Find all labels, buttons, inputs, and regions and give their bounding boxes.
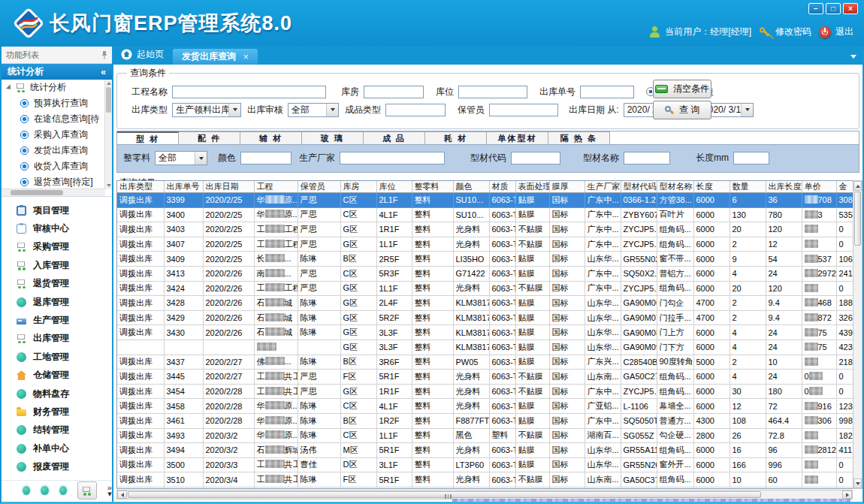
location-input[interactable] [458, 86, 527, 98]
sidebar-item-cart[interactable]: 采购管理 [2, 238, 112, 256]
group-dot-button[interactable] [41, 486, 48, 495]
column-header-warehouse[interactable]: 库房 [340, 181, 376, 193]
warehouse-input[interactable] [364, 86, 424, 98]
sidebar-item-cart[interactable]: 入库管理 [2, 256, 112, 274]
subtab-4[interactable]: 玻 璃 [302, 131, 364, 144]
tree-root-statistics[interactable]: 统计分析 [2, 80, 112, 95]
sidebar-item-clipboard2[interactable]: 审核中心 [2, 219, 112, 237]
maximize-button[interactable]: □ [826, 3, 841, 14]
column-header-out-length[interactable]: 出库长度 [766, 181, 802, 193]
column-header-keeper[interactable]: 保管员 [298, 181, 340, 193]
table-row[interactable]: 调拨出库34132020/2/26南...严思C区5R3F整料G71422606… [117, 266, 853, 281]
table-row[interactable]: 调拨出库34612020/2/28华原...陈琳B区1R2F整料F8877FT6… [117, 413, 853, 428]
column-header-whole-part[interactable]: 整零料 [412, 181, 453, 193]
subtab-5[interactable]: 成 品 [364, 131, 425, 144]
tree-item[interactable]: 采购入库查询 [2, 127, 112, 143]
tab-list-dropdown-icon[interactable] [850, 55, 856, 59]
change-password-button[interactable]: 修改密码 [759, 26, 811, 38]
tab-home[interactable]: 起始页 [116, 48, 173, 65]
group-header[interactable]: 统计分析 « [2, 64, 112, 80]
column-header-surface[interactable]: 表面处理 [515, 181, 549, 193]
table-row[interactable]: 调拨出库34452020/2/27工共工程严思F区5R1F整料光身料6063-T… [117, 370, 853, 385]
sidebar-item-circle[interactable]: 退库管理 [2, 293, 112, 311]
table-row[interactable]: 调拨出库35122020/3/4工共工程陈琳F区1L2F整料光身料6063-T5… [117, 487, 853, 489]
tree-item[interactable]: 在途信息查询[待 [2, 111, 112, 127]
expander-icon[interactable] [6, 84, 13, 91]
table-row[interactable]: 调拨出库34932020/3/2华原...陈琳C区1L1F整料黑色塑料不贴膜国标… [117, 428, 853, 443]
tree-item[interactable]: 收货入库查询 [2, 158, 112, 174]
subtab-8[interactable]: 隔 热 条 [548, 131, 610, 144]
column-header-profile-code[interactable]: 型材代码 [621, 181, 657, 193]
scroll-up-button[interactable] [853, 181, 862, 191]
column-header-amount[interactable]: 金 [836, 181, 853, 193]
sidebar-item-cart[interactable]: 退货管理 [2, 275, 112, 293]
cart-group-button[interactable] [77, 481, 97, 499]
column-header-manufacturer[interactable]: 生产厂家 [585, 181, 621, 193]
sidebar-item-circle[interactable]: 补单中心 [2, 439, 112, 457]
scroll-left-button[interactable] [117, 490, 127, 499]
audit-select[interactable]: 全部 [288, 103, 339, 117]
scroll-down-button[interactable] [853, 478, 862, 488]
tree-vertical-scrollbar[interactable] [104, 80, 112, 189]
sidebar-item-folder[interactable]: 财务管理 [2, 403, 112, 421]
sidebar-item-clipboard[interactable]: 项目管理 [2, 201, 112, 219]
table-row[interactable]: 调拨出库34372020/2/27佛...陈琳B区3R6F整料PW056063-… [117, 355, 853, 370]
column-header-quantity[interactable]: 数量 [730, 181, 766, 193]
color-input[interactable] [240, 152, 292, 164]
horizontal-scroll-thumb[interactable] [128, 491, 761, 498]
keeper-input[interactable] [489, 104, 558, 116]
subtab-2[interactable]: 配 件 [179, 131, 240, 144]
sidebar-item-home[interactable]: 仓储管理 [2, 367, 112, 385]
tree-item[interactable]: 预算执行查询 [2, 95, 112, 111]
column-header-project[interactable]: 工程 [254, 181, 298, 193]
table-row[interactable]: 调拨出库34242020/2/26工工程严思G区1L1F整料光身料6063-T5… [117, 281, 853, 296]
tree-item[interactable]: 发货出库查询 [2, 143, 112, 158]
table-row[interactable]: G区3L3F整料KLM38176063-T5贴膜国标山东华...GA90M09.… [117, 340, 853, 355]
column-header-film-thickness[interactable]: 膜厚 [549, 181, 585, 193]
column-header-color[interactable]: 颜色 [453, 181, 489, 193]
table-row[interactable]: 调拨出库34002020/2/25华原...严思C区4L1F整料SU10...6… [117, 207, 853, 222]
minimize-button[interactable]: − [808, 3, 823, 14]
out-type-select[interactable]: 生产领料出库 [172, 103, 241, 117]
table-row[interactable]: 调拨出库34282020/2/26石城陈琳G区2L4F整料KLM38176063… [117, 296, 853, 311]
length-input[interactable] [733, 152, 769, 164]
collapse-icon[interactable]: « [101, 67, 106, 77]
profile-code-input[interactable] [511, 152, 560, 164]
pin-icon[interactable] [101, 51, 107, 59]
table-row[interactable]: 调拨出库34072020/2/25工工程严思G区1L1F整料光身料6063-T5… [117, 237, 853, 252]
group-dot-button[interactable] [59, 486, 67, 495]
table-row[interactable]: 调拨出库34542020/2/28工共工程严思G区1R1F整料光身料6063-T… [117, 384, 853, 399]
more-groups-button[interactable]: »▾ [107, 484, 112, 496]
close-button[interactable]: × [843, 3, 858, 14]
search-button[interactable]: 查 询 [653, 101, 711, 119]
table-row[interactable]: 调拨出库34302020/2/26石城陈琳G区3L3F整料KLM38176063… [117, 325, 853, 340]
column-header-length[interactable]: 长度 [693, 181, 730, 193]
table-row[interactable]: 调拨出库34292020/2/26石城陈琳G区5R2F整料KLM38176063… [117, 310, 853, 325]
clear-conditions-button[interactable]: 清空条件 [653, 80, 711, 98]
scroll-right-button[interactable] [842, 490, 852, 499]
sidebar-item-circle[interactable]: 结转管理 [2, 421, 112, 439]
order-no-input[interactable] [580, 86, 634, 98]
column-header-unit-price[interactable]: 单价 [802, 181, 836, 193]
product-type-input[interactable] [385, 104, 446, 116]
sidebar-item-circle[interactable]: 工地管理 [2, 348, 112, 366]
group-dot-button[interactable] [23, 486, 30, 495]
sidebar-item-cart[interactable]: 出库管理 [2, 330, 112, 348]
column-header-out-date[interactable]: 出库日期 [203, 181, 254, 193]
table-row[interactable]: 调拨出库34582020/2/28华原...陈琳C区4L1F整料光身料6063-… [117, 399, 853, 414]
tree-item[interactable]: 退货查询[待定] [2, 174, 112, 190]
sidebar-item-circle[interactable]: 报废管理 [2, 457, 112, 475]
table-row[interactable]: 调拨出库34032020/2/25工工程严思G区1R1F整料光身料6063-T5… [117, 222, 853, 237]
logout-button[interactable]: 退出 [819, 26, 853, 38]
subtab-7[interactable]: 单体型材 [487, 131, 548, 144]
sidebar-item-circle[interactable]: 物料盘存 [2, 385, 112, 403]
whole-part-select[interactable]: 全部 [155, 151, 207, 165]
column-header-order-no[interactable]: 出库单号 [164, 181, 203, 193]
table-row[interactable]: 调拨出库34092020/2/25长...陈琳B区2R5F整料LI35HO606… [117, 252, 853, 267]
table-row[interactable]: 调拨出库34942020/3/2石辉城汤伟M区5R1F整料光身料6063-T5贴… [117, 443, 853, 458]
sidebar-item-machine[interactable]: 生产管理 [2, 311, 112, 329]
subtab-1[interactable]: 型 材 [117, 131, 179, 144]
table-row[interactable]: 调拨出库35002020/3/3工共工程曹佳D区3L1F整料LT3P606063… [117, 457, 853, 472]
table-row[interactable]: 调拨出库35102020/3/4工共工程陈琳F区5R1F整料光身料6063-T5… [117, 472, 853, 487]
profile-name-input[interactable] [624, 152, 670, 164]
